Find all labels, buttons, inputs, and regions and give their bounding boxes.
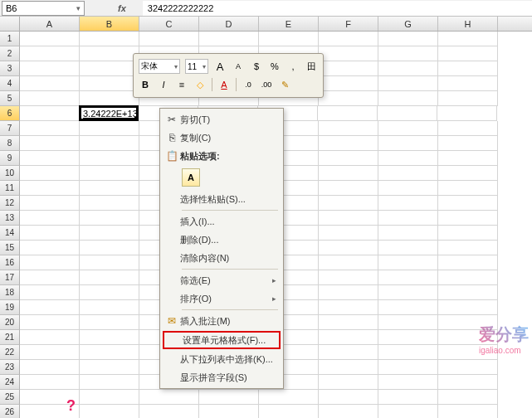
- cell[interactable]: [80, 46, 139, 61]
- cell[interactable]: [80, 360, 139, 375]
- cell[interactable]: [20, 375, 80, 390]
- align-icon[interactable]: ≡: [175, 78, 188, 91]
- cell[interactable]: [378, 196, 438, 211]
- row-header[interactable]: 9: [0, 151, 20, 166]
- cell[interactable]: [378, 226, 438, 241]
- cell[interactable]: [378, 241, 438, 255]
- cell[interactable]: [259, 32, 319, 46]
- cell[interactable]: [80, 345, 139, 360]
- row-header[interactable]: 5: [0, 91, 20, 106]
- cell[interactable]: [20, 196, 80, 211]
- cell[interactable]: [199, 390, 259, 405]
- cell[interactable]: [378, 76, 438, 91]
- name-box[interactable]: B6 ▾: [2, 1, 85, 16]
- border-icon[interactable]: 田: [305, 60, 318, 73]
- shrink-font-icon[interactable]: A: [232, 60, 245, 73]
- cell[interactable]: [20, 360, 80, 375]
- menu-pick-from-list[interactable]: 从下拉列表中选择(K)...: [160, 350, 283, 368]
- cell[interactable]: [438, 300, 498, 315]
- cell[interactable]: [319, 330, 378, 345]
- fx-icon[interactable]: fx: [118, 3, 126, 13]
- row-header[interactable]: 10: [0, 166, 20, 181]
- row-header[interactable]: 11: [0, 181, 20, 196]
- cell[interactable]: [378, 91, 438, 106]
- cell[interactable]: [20, 300, 80, 315]
- row-header[interactable]: 12: [0, 196, 20, 211]
- cell[interactable]: [259, 405, 319, 418]
- cell[interactable]: [378, 405, 438, 418]
- cell[interactable]: [319, 196, 378, 211]
- cell[interactable]: [259, 390, 319, 405]
- row-header[interactable]: 17: [0, 270, 20, 285]
- cell[interactable]: [438, 136, 498, 151]
- italic-button[interactable]: I: [157, 78, 170, 91]
- cell[interactable]: [319, 345, 378, 360]
- cell[interactable]: [80, 375, 139, 390]
- cell[interactable]: [438, 226, 498, 241]
- cell[interactable]: [438, 375, 498, 390]
- font-color-icon[interactable]: A: [217, 78, 231, 91]
- cell[interactable]: [20, 136, 80, 151]
- cell[interactable]: [378, 330, 438, 345]
- bold-button[interactable]: B: [139, 78, 152, 91]
- row-header[interactable]: 14: [0, 226, 20, 241]
- cell[interactable]: [319, 211, 378, 226]
- row-header[interactable]: 26: [0, 405, 20, 418]
- cell[interactable]: [139, 32, 199, 46]
- cell[interactable]: [319, 76, 378, 91]
- cell[interactable]: [20, 226, 80, 241]
- formula-input[interactable]: 3242222222222: [143, 1, 532, 16]
- col-header[interactable]: C: [139, 17, 199, 31]
- cell[interactable]: [319, 166, 378, 181]
- cell[interactable]: [438, 91, 498, 106]
- menu-filter[interactable]: 筛选(E) ▸: [160, 271, 283, 289]
- cell[interactable]: [378, 61, 438, 76]
- col-header[interactable]: G: [378, 17, 438, 31]
- cell[interactable]: [20, 181, 80, 196]
- row-header[interactable]: 21: [0, 330, 20, 345]
- cell[interactable]: [319, 255, 378, 270]
- cell[interactable]: [20, 32, 80, 46]
- cell[interactable]: [438, 32, 498, 46]
- cell[interactable]: [378, 360, 438, 375]
- row-header[interactable]: 24: [0, 375, 20, 390]
- row-header[interactable]: 2: [0, 46, 20, 61]
- cell[interactable]: [319, 181, 378, 196]
- cell[interactable]: [378, 315, 438, 330]
- cell[interactable]: [319, 151, 378, 166]
- cell[interactable]: [20, 255, 80, 270]
- currency-icon[interactable]: $: [250, 60, 263, 73]
- cell[interactable]: [20, 91, 80, 106]
- font-name-select[interactable]: 宋体▾: [139, 59, 180, 74]
- cell[interactable]: [80, 91, 139, 106]
- menu-copy[interactable]: ⎘ 复制(C): [160, 129, 283, 147]
- cell[interactable]: [438, 285, 498, 300]
- cell[interactable]: [378, 121, 438, 136]
- cell[interactable]: [319, 121, 378, 136]
- cell[interactable]: [438, 196, 498, 211]
- decrease-decimal-icon[interactable]: .00: [260, 78, 273, 91]
- cell[interactable]: [319, 375, 378, 390]
- cell[interactable]: [319, 241, 378, 255]
- cell[interactable]: [319, 61, 378, 76]
- cell[interactable]: [80, 211, 139, 226]
- cell[interactable]: [199, 405, 259, 418]
- cell[interactable]: [438, 255, 498, 270]
- cell[interactable]: [80, 166, 139, 181]
- cell[interactable]: [438, 270, 498, 285]
- cell[interactable]: [20, 46, 80, 61]
- row-header[interactable]: 4: [0, 76, 20, 91]
- cell[interactable]: [80, 255, 139, 270]
- cell[interactable]: [20, 121, 80, 136]
- cell[interactable]: [80, 300, 139, 315]
- cell[interactable]: [20, 330, 80, 345]
- menu-delete[interactable]: 删除(D)...: [160, 231, 283, 249]
- cell[interactable]: [20, 166, 80, 181]
- menu-clear-contents[interactable]: 清除内容(N): [160, 249, 283, 267]
- cell[interactable]: [318, 106, 378, 121]
- cell[interactable]: [319, 300, 378, 315]
- cell[interactable]: [438, 360, 498, 375]
- cell[interactable]: [378, 285, 438, 300]
- cell[interactable]: [319, 91, 378, 106]
- menu-sort[interactable]: 排序(O) ▸: [160, 289, 283, 308]
